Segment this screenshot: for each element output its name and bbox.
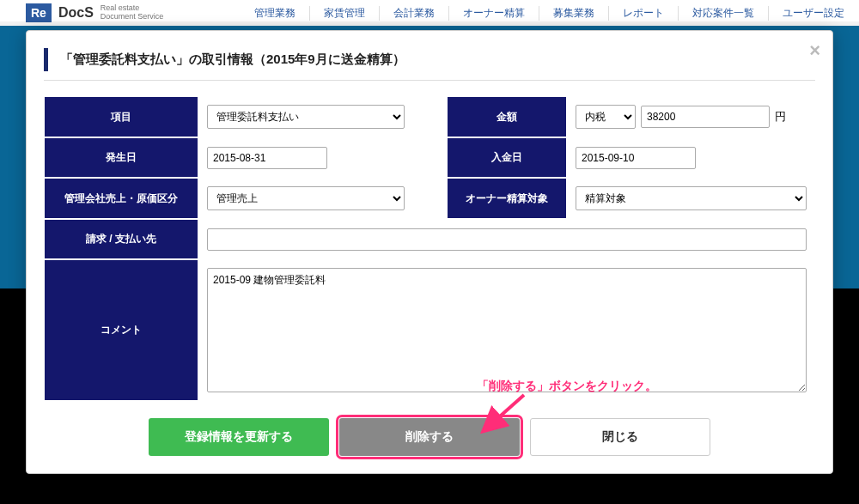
cell-amount: 内税 円 <box>567 96 815 137</box>
comment-textarea[interactable] <box>207 268 807 392</box>
cell-comment <box>198 259 815 401</box>
delete-button[interactable]: 削除する <box>339 418 520 456</box>
owner-settle-select[interactable]: 精算対象 <box>576 186 807 210</box>
occur-date-input[interactable] <box>207 147 327 169</box>
currency-label: 円 <box>775 109 786 124</box>
nav-item-cases[interactable]: 対応案件一覧 <box>679 6 769 21</box>
label-category: 管理会社売上・原価区分 <box>44 178 198 219</box>
label-occur-date: 発生日 <box>44 137 198 178</box>
logo-mark: Re <box>26 3 52 22</box>
nav-item-recruitment[interactable]: 募集業務 <box>539 6 609 21</box>
nav-item-management[interactable]: 管理業務 <box>241 6 310 21</box>
cell-item: 管理委託料支払い <box>198 96 447 137</box>
cell-category: 管理売上 <box>198 178 447 219</box>
payee-input[interactable] <box>207 228 807 251</box>
cell-occur-date <box>198 137 447 178</box>
amount-input[interactable] <box>641 106 770 128</box>
modal-title: 「管理委託料支払い」の取引情報（2015年9月に送金精算） <box>60 52 815 68</box>
label-owner-settle: オーナー精算対象 <box>447 178 567 219</box>
label-amount: 金額 <box>447 96 567 137</box>
nav-item-owner-settlement[interactable]: オーナー精算 <box>449 6 539 21</box>
modal-actions: 登録情報を更新する 削除する 閉じる <box>44 418 815 456</box>
label-comment: コメント <box>44 259 198 401</box>
modal-title-bar: 「管理委託料支払い」の取引情報（2015年9月に送金精算） <box>44 48 815 71</box>
divider <box>44 80 815 81</box>
transaction-modal: × 「管理委託料支払い」の取引情報（2015年9月に送金精算） 項目 管理委託料… <box>26 30 833 474</box>
logo-text: DocS <box>58 5 94 21</box>
close-button[interactable]: 閉じる <box>530 418 710 456</box>
nav-item-accounting[interactable]: 会計業務 <box>380 6 449 21</box>
label-payee: 請求 / 支払い先 <box>44 219 198 259</box>
form-grid: 項目 管理委託料支払い 金額 内税 円 発生日 入金日 管理会社売上・原価区分 … <box>44 96 815 401</box>
logo-subtitle: Real estateDocument Service <box>101 4 164 21</box>
cell-owner-settle: 精算対象 <box>567 178 815 219</box>
nav-item-report[interactable]: レポート <box>609 6 679 21</box>
tax-select[interactable]: 内税 <box>576 105 636 129</box>
item-select[interactable]: 管理委託料支払い <box>207 105 405 129</box>
close-icon[interactable]: × <box>809 39 820 62</box>
update-button[interactable]: 登録情報を更新する <box>149 418 329 456</box>
nav-item-user-settings[interactable]: ユーザー設定 <box>769 6 858 21</box>
deposit-date-input[interactable] <box>576 147 696 169</box>
label-item: 項目 <box>44 96 198 137</box>
cell-deposit-date <box>567 137 815 178</box>
label-deposit-date: 入金日 <box>447 137 567 178</box>
cell-payee <box>198 219 815 259</box>
nav-item-rent[interactable]: 家賃管理 <box>310 6 380 21</box>
category-select[interactable]: 管理売上 <box>207 186 405 210</box>
